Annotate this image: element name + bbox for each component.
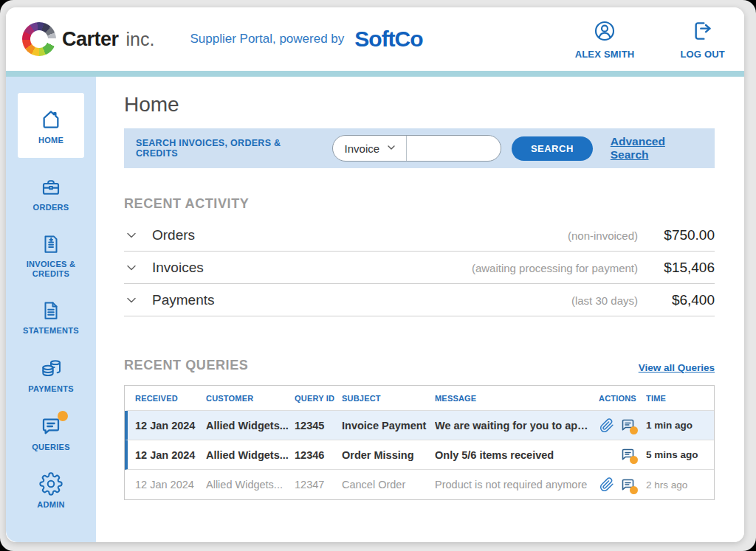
column-header-query-id: QUERY ID bbox=[295, 394, 342, 403]
sidebar-item-label: ADMIN bbox=[37, 500, 65, 510]
query-customer: Allied Widgets... bbox=[206, 479, 295, 491]
recent-queries-title: RECENT QUERIES bbox=[124, 358, 248, 373]
query-time: 2 hrs ago bbox=[646, 479, 714, 491]
page-title: Home bbox=[124, 93, 715, 117]
header-divider-bar bbox=[6, 71, 744, 77]
chevron-down-icon[interactable] bbox=[124, 260, 139, 275]
search-button[interactable]: SEARCH bbox=[512, 136, 593, 161]
activity-note: (last 30 days) bbox=[571, 294, 638, 307]
chevron-down-icon[interactable] bbox=[124, 228, 139, 243]
coins-icon bbox=[39, 356, 63, 380]
carter-logo-icon bbox=[22, 22, 56, 56]
sidebar-item-admin[interactable]: ADMIN bbox=[15, 472, 87, 510]
tagline-text: Supplier Portal, powered by bbox=[190, 32, 344, 46]
attachment-paperclip-icon[interactable] bbox=[599, 418, 615, 433]
sidebar-item-label: HOME bbox=[38, 136, 63, 146]
query-message: Product is not required anymore bbox=[435, 479, 599, 491]
screenshot-stage: Carter inc. Supplier Portal, powered by … bbox=[0, 0, 756, 551]
query-received: 12 Jan 2024 bbox=[135, 420, 206, 432]
app-header: Carter inc. Supplier Portal, powered by … bbox=[6, 7, 744, 71]
advanced-search-link[interactable]: Advanced Search bbox=[611, 135, 701, 162]
activity-note: (awaiting processing for payment) bbox=[472, 262, 638, 274]
message-reply-icon[interactable] bbox=[620, 417, 636, 433]
query-message: Only 5/6 items received bbox=[435, 449, 599, 461]
gear-icon bbox=[39, 472, 63, 496]
logout-icon bbox=[691, 19, 715, 45]
statement-icon bbox=[40, 299, 62, 322]
attachment-paperclip-icon[interactable] bbox=[599, 477, 615, 492]
column-header-time: TIME bbox=[646, 394, 714, 403]
query-id: 12345 bbox=[295, 420, 342, 432]
query-time: 5 mins ago bbox=[646, 449, 714, 460]
search-input[interactable] bbox=[407, 136, 501, 161]
activity-row-invoices: Invoices (awaiting processing for paymen… bbox=[124, 252, 715, 284]
query-row[interactable]: 12 Jan 2024 Allied Widgets... 12345 Invo… bbox=[125, 411, 714, 440]
user-icon bbox=[593, 19, 616, 45]
recent-activity-section: RECENT ACTIVITY Orders (non-invoiced) $7… bbox=[124, 196, 715, 316]
column-header-subject: SUBJECT bbox=[342, 394, 435, 403]
query-time: 1 min ago bbox=[646, 420, 714, 431]
brand-name: Carter bbox=[62, 28, 119, 51]
column-header-received: RECEIVED bbox=[135, 394, 206, 403]
search-filter-value: Invoice bbox=[345, 142, 380, 155]
sidebar: HOME ORDERS bbox=[6, 77, 96, 542]
query-subject: Invoice Payment bbox=[342, 420, 435, 432]
chevron-down-icon bbox=[385, 142, 397, 156]
query-actions bbox=[599, 447, 646, 462]
recent-queries-section: RECENT QUERIES View all Queries RECEIVED… bbox=[124, 358, 715, 500]
activity-amount: $15,406 bbox=[651, 260, 715, 276]
query-message: We are waiting for you to apply credit..… bbox=[435, 420, 599, 432]
query-received: 12 Jan 2024 bbox=[135, 479, 206, 491]
activity-row-orders: Orders (non-invoiced) $750.00 bbox=[124, 219, 715, 252]
home-icon bbox=[39, 108, 63, 131]
query-row[interactable]: 12 Jan 2024 Allied Widgets... 12347 Canc… bbox=[125, 470, 714, 499]
softco-logo: SoftCo bbox=[354, 27, 422, 52]
sidebar-item-queries[interactable]: QUERIES bbox=[15, 415, 87, 453]
message-reply-icon[interactable] bbox=[620, 447, 636, 462]
portal-tagline: Supplier Portal, powered by SoftCo bbox=[190, 27, 422, 52]
logout-button[interactable]: LOG OUT bbox=[680, 19, 725, 60]
query-actions bbox=[599, 417, 646, 433]
view-all-queries-link[interactable]: View all Queries bbox=[639, 362, 715, 373]
app-window: Carter inc. Supplier Portal, powered by … bbox=[6, 7, 744, 542]
column-header-actions: ACTIONS bbox=[599, 394, 646, 403]
sidebar-item-home[interactable]: HOME bbox=[18, 93, 84, 158]
main-content: Home SEARCH INVOICES, ORDERS & CREDITS I… bbox=[96, 77, 744, 542]
activity-label[interactable]: Payments bbox=[152, 292, 214, 308]
query-customer: Allied Widgets... bbox=[206, 420, 295, 432]
sidebar-item-statements[interactable]: STATEMENTS bbox=[15, 299, 87, 336]
search-bar: SEARCH INVOICES, ORDERS & CREDITS Invoic… bbox=[124, 128, 715, 168]
sidebar-item-label: INVOICES & CREDITS bbox=[15, 260, 87, 280]
chevron-down-icon[interactable] bbox=[124, 293, 139, 308]
logout-label: LOG OUT bbox=[680, 49, 725, 60]
search-filter-dropdown[interactable]: Invoice bbox=[333, 136, 408, 161]
query-id: 12346 bbox=[295, 449, 342, 461]
recent-activity-title: RECENT ACTIVITY bbox=[124, 196, 715, 212]
query-received: 12 Jan 2024 bbox=[135, 449, 206, 461]
activity-note: (non-invoiced) bbox=[568, 229, 638, 242]
sidebar-item-invoices-credits[interactable]: INVOICES & CREDITS bbox=[15, 233, 87, 280]
unread-message-dot bbox=[630, 456, 638, 464]
query-subject: Cancel Order bbox=[342, 479, 435, 491]
sidebar-item-label: STATEMENTS bbox=[23, 326, 79, 336]
queries-table: RECEIVED CUSTOMER QUERY ID SUBJECT MESSA… bbox=[124, 385, 715, 500]
sidebar-item-payments[interactable]: PAYMENTS bbox=[15, 356, 87, 395]
sidebar-item-label: ORDERS bbox=[33, 203, 69, 213]
query-row[interactable]: 12 Jan 2024 Allied Widgets... 12346 Orde… bbox=[125, 440, 714, 470]
query-subject: Order Missing bbox=[342, 449, 435, 461]
unread-message-dot bbox=[630, 426, 638, 434]
user-menu[interactable]: ALEX SMITH bbox=[575, 19, 635, 60]
user-label: ALEX SMITH bbox=[575, 49, 635, 60]
column-header-message: MESSAGE bbox=[435, 394, 599, 403]
activity-amount: $750.00 bbox=[651, 227, 715, 243]
search-pill: Invoice bbox=[332, 135, 501, 162]
query-id: 12347 bbox=[295, 479, 342, 491]
briefcase-icon bbox=[40, 176, 62, 198]
header-actions: ALEX SMITH LOG OUT bbox=[575, 19, 725, 60]
message-reply-icon[interactable] bbox=[620, 477, 636, 493]
sidebar-item-orders[interactable]: ORDERS bbox=[15, 176, 87, 213]
activity-label[interactable]: Invoices bbox=[152, 260, 204, 276]
activity-label[interactable]: Orders bbox=[152, 227, 195, 243]
activity-amount: $6,400 bbox=[651, 292, 715, 308]
brand: Carter inc. bbox=[22, 22, 154, 56]
